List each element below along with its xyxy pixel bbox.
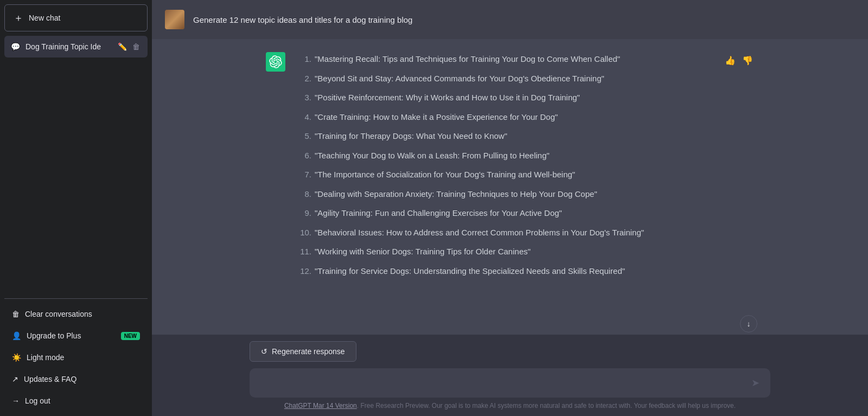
light-mode-button[interactable]: ☀️ Light mode <box>4 347 148 368</box>
list-number: 1. <box>296 52 311 66</box>
new-badge: NEW <box>121 332 140 340</box>
sidebar-divider <box>4 298 148 299</box>
updates-faq-button[interactable]: ↗ Updates & FAQ <box>4 368 148 390</box>
list-item: 8."Dealing with Separation Anxiety: Trai… <box>296 187 713 201</box>
list-number: 9. <box>296 206 311 220</box>
list-item: 1."Mastering Recall: Tips and Techniques… <box>296 52 713 66</box>
list-number: 2. <box>296 72 311 86</box>
list-number: 8. <box>296 187 311 201</box>
list-item: 10."Behavioral Issues: How to Address an… <box>296 226 713 240</box>
list-text: "Dealing with Separation Anxiety: Traini… <box>315 187 597 201</box>
list-number: 11. <box>296 245 311 259</box>
user-avatar-image <box>165 10 184 29</box>
regenerate-button[interactable]: ↺ Regenerate response <box>250 341 356 362</box>
list-text: "Training for Therapy Dogs: What You Nee… <box>315 129 507 143</box>
list-item: 9."Agility Training: Fun and Challenging… <box>296 206 713 220</box>
chat-history-item[interactable]: 💬 Dog Training Topic Ide ✏️ 🗑 <box>4 36 148 57</box>
scroll-down-button[interactable]: ↓ <box>740 315 757 332</box>
thumbs-down-button[interactable]: 👎 <box>741 54 754 67</box>
user-avatar <box>165 10 184 29</box>
chat-bubble-icon: 💬 <box>11 42 20 51</box>
delete-chat-button[interactable]: 🗑 <box>131 41 141 52</box>
trash-icon: 🗑 <box>12 310 20 318</box>
list-item: 11."Working with Senior Dogs: Training T… <box>296 245 713 259</box>
list-text: "Mastering Recall: Tips and Techniques f… <box>315 52 620 66</box>
main-content: Generate 12 new topic ideas and titles f… <box>152 0 868 416</box>
list-item: 2."Beyond Sit and Stay: Advanced Command… <box>296 72 713 86</box>
chat-input[interactable] <box>258 376 749 389</box>
ai-avatar <box>266 52 285 72</box>
list-item: 3."Positive Reinforcement: Why it Works … <box>296 91 713 105</box>
regenerate-row: ↺ Regenerate response ↓ <box>165 341 855 362</box>
clear-conversations-button[interactable]: 🗑 Clear conversations <box>4 303 148 325</box>
list-number: 3. <box>296 91 311 105</box>
footer-text: ChatGPT Mar 14 Version. Free Research Pr… <box>165 398 855 412</box>
person-icon: 👤 <box>12 331 21 340</box>
regenerate-icon: ↺ <box>261 347 267 356</box>
list-text: "Agility Training: Fun and Challenging E… <box>315 206 562 220</box>
list-number: 6. <box>296 149 311 163</box>
ai-response-area: 1."Mastering Recall: Tips and Techniques… <box>152 39 868 335</box>
list-item: 6."Teaching Your Dog to Walk on a Leash:… <box>296 149 713 163</box>
user-message-bar: Generate 12 new topic ideas and titles f… <box>152 0 868 39</box>
list-number: 5. <box>296 129 311 143</box>
list-number: 7. <box>296 168 311 182</box>
list-text: "Beyond Sit and Stay: Advanced Commands … <box>315 72 604 86</box>
list-text: "Working with Senior Dogs: Training Tips… <box>315 245 531 259</box>
regenerate-label: Regenerate response <box>272 347 345 356</box>
list-text: "Positive Reinforcement: Why it Works an… <box>315 91 580 105</box>
chat-input-row: ➤ <box>250 368 770 398</box>
send-button[interactable]: ➤ <box>749 375 762 391</box>
thumbs-up-button[interactable]: 👍 <box>724 54 737 67</box>
response-list: 1."Mastering Recall: Tips and Techniques… <box>296 52 713 278</box>
list-text: "The Importance of Socialization for You… <box>315 168 575 182</box>
send-icon: ➤ <box>751 377 760 388</box>
openai-logo-icon <box>269 55 282 68</box>
clear-conversations-label: Clear conversations <box>25 310 92 318</box>
chevron-down-icon: ↓ <box>747 319 751 328</box>
sun-icon: ☀️ <box>12 353 21 362</box>
plus-icon: ＋ <box>14 11 23 24</box>
user-message-text: Generate 12 new topic ideas and titles f… <box>193 15 412 24</box>
bottom-area: ↺ Regenerate response ↓ ➤ ChatGPT Mar 14… <box>152 335 868 416</box>
list-number: 10. <box>296 226 311 240</box>
list-text: "Training for Service Dogs: Understandin… <box>315 264 625 278</box>
external-link-icon: ↗ <box>12 375 18 383</box>
logout-label: Log out <box>25 396 50 405</box>
list-text: "Crate Training: How to Make it a Positi… <box>315 110 558 124</box>
chat-item-label: Dog Training Topic Ide <box>25 42 111 51</box>
new-chat-label: New chat <box>29 14 60 22</box>
list-item: 4."Crate Training: How to Make it a Posi… <box>296 110 713 124</box>
footer-suffix: . Free Research Preview. Our goal is to … <box>357 402 736 409</box>
list-text: "Teaching Your Dog to Walk on a Leash: F… <box>315 149 550 163</box>
new-chat-button[interactable]: ＋ New chat <box>4 4 148 31</box>
list-item: 12."Training for Service Dogs: Understan… <box>296 264 713 278</box>
edit-chat-button[interactable]: ✏️ <box>117 41 128 52</box>
sidebar: ＋ New chat 💬 Dog Training Topic Ide ✏️ 🗑… <box>0 0 152 416</box>
ai-response-container: 1."Mastering Recall: Tips and Techniques… <box>266 52 754 283</box>
feedback-icons: 👍 👎 <box>724 54 754 67</box>
footer-link[interactable]: ChatGPT Mar 14 Version <box>284 402 357 409</box>
updates-label: Updates & FAQ <box>24 375 76 383</box>
list-number: 4. <box>296 110 311 124</box>
list-text: "Behavioral Issues: How to Address and C… <box>315 226 644 240</box>
list-number: 12. <box>296 264 311 278</box>
upgrade-label: Upgrade to Plus <box>27 331 81 340</box>
logout-button[interactable]: → Log out <box>4 390 148 412</box>
list-item: 7."The Importance of Socialization for Y… <box>296 168 713 182</box>
list-item: 5."Training for Therapy Dogs: What You N… <box>296 129 713 143</box>
light-mode-label: Light mode <box>27 353 64 362</box>
upgrade-to-plus-button[interactable]: 👤 Upgrade to Plus NEW <box>4 325 148 347</box>
ai-response-content: 1."Mastering Recall: Tips and Techniques… <box>296 52 713 283</box>
logout-icon: → <box>12 396 20 405</box>
